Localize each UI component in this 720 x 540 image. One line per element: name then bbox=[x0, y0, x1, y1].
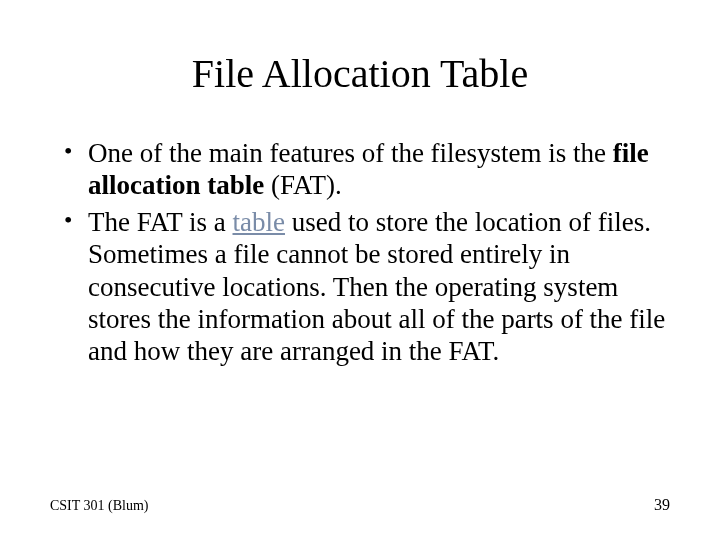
footer-page-number: 39 bbox=[654, 496, 670, 514]
bullet-1-post: (FAT). bbox=[264, 170, 342, 200]
bullet-item-2: The FAT is a table used to store the loc… bbox=[60, 206, 670, 368]
bullet-list: One of the main features of the filesyst… bbox=[60, 137, 670, 368]
slide-title: File Allocation Table bbox=[50, 50, 670, 97]
table-link[interactable]: table bbox=[233, 207, 285, 237]
bullet-2-pre: The FAT is a bbox=[88, 207, 233, 237]
footer-course: CSIT 301 (Blum) bbox=[50, 498, 149, 514]
bullet-1-pre: One of the main features of the filesyst… bbox=[88, 138, 613, 168]
bullet-item-1: One of the main features of the filesyst… bbox=[60, 137, 670, 202]
slide: File Allocation Table One of the main fe… bbox=[0, 0, 720, 540]
